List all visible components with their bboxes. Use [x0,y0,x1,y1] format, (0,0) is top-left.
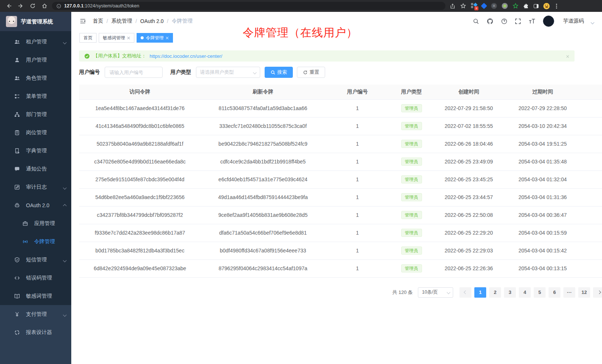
doc-link[interactable]: https://doc.iocoder.cn/user-center/ [150,53,222,59]
breadcrumb-oauth[interactable]: OAuth 2.0 [140,18,164,24]
sidebar-item-report-designer[interactable]: 报表设计器 [0,323,71,341]
sidebar-item-sensitive-word[interactable]: 敏感词管理 [0,287,71,305]
collapse-sidebar-icon[interactable] [79,18,86,24]
sidebar-item-sms[interactable]: 短信管理 [0,251,71,269]
reset-button[interactable]: 重置 [297,67,325,78]
sidebar-item-label: 错误码管理 [26,275,52,281]
sidebar-item-menu-mgmt[interactable]: 菜单管理 [0,87,71,105]
chevron-down-icon [63,39,66,45]
help-icon[interactable] [501,18,507,24]
app-logo[interactable]: 芋道管理系统 [0,12,71,31]
sidebar-item-oauth2[interactable]: OAuth 2.0 [0,196,71,214]
sidebar-item-post[interactable]: 岗位管理 [0,123,71,142]
extension-command-icon[interactable]: ⌘ [491,3,497,9]
extension-grid-icon[interactable]: 9 [471,3,477,9]
app-window: 芋道管理系统 租户管理 用户管理 角色管理 菜单管理 部门管理 [0,12,602,364]
url-bar[interactable]: 127.0.0.1:1024/system/oauth2/token [52,2,445,10]
user-id-input[interactable] [105,67,163,78]
close-icon[interactable] [166,36,169,39]
tab-home[interactable]: 首页 [79,33,96,43]
sidebar-item-role[interactable]: 角色管理 [0,69,71,87]
success-check-icon [84,53,90,59]
page-size-select[interactable]: 10条/页 [418,287,453,298]
search-button-label: 搜索 [277,69,287,76]
site-info-icon[interactable] [56,4,61,9]
fullscreen-icon[interactable] [515,18,521,24]
chevron-down-icon [63,184,66,190]
sidebar-item-dept[interactable]: 部门管理 [0,105,71,123]
cell-refresh-token: e6cfd40eb1f54571a31e775e039c4624 [201,171,325,188]
sidebar-item-user[interactable]: 用户管理 [0,51,71,69]
url-host: 127.0.0.1 [64,3,84,9]
filter-bar: 用户编号 用户类型 请选择用户类型 搜索 重置 [79,67,575,78]
page-button-2[interactable]: 2 [489,287,501,298]
sidebar-item-error-code[interactable]: 错误码管理 [0,269,71,287]
tab-label: 首页 [84,35,92,41]
search-icon[interactable] [473,18,479,24]
briefcase-icon [22,221,28,226]
sidebar-item-label: OAuth 2.0 [26,202,49,208]
browser-profile-avatar[interactable] [543,3,550,9]
sidebar-item-app-mgmt[interactable]: 应用管理 [0,214,71,232]
font-size-icon[interactable] [529,18,536,24]
cell-access-token: 41c41346a548490f9dc8b01c6bfe0865 [79,117,201,135]
sidebar-item-label: 令牌管理 [34,238,55,245]
page-button-5[interactable]: 5 [534,287,546,298]
close-icon[interactable] [127,36,130,39]
sidebar-item-tenant[interactable]: 租户管理 [0,33,71,51]
annotation-title: 令牌管理（在线用户） [243,25,358,40]
tab-sensitive-word[interactable]: 敏感词管理 [99,33,134,43]
next-page-button[interactable] [593,287,602,298]
user-avatar[interactable] [543,16,554,27]
reload-icon[interactable] [30,3,36,9]
home-icon[interactable] [42,3,48,9]
user-type-label: 用户类型 [170,69,191,76]
user-name[interactable]: 芋道源码 [563,18,584,24]
sidebar-item-notice[interactable]: 通知公告 [0,160,71,178]
share-icon[interactable] [450,3,455,9]
forward-icon[interactable] [18,3,24,9]
extension-star-icon[interactable] [513,3,518,9]
extension-record-icon[interactable] [502,3,508,9]
side-panel-icon[interactable] [534,4,539,8]
extension-gem-icon[interactable] [481,3,487,9]
page-button-4[interactable]: 4 [519,287,531,298]
tab-token-mgmt[interactable]: 令牌管理 [137,33,173,43]
cell-created: 2022-06-25 22:50:08 [433,206,504,224]
cell-access-token: b0d1785bc3a8482f812db4a3f3bd15ec [79,242,201,259]
header-tools: 芋道源码 [473,16,594,27]
cell-user-id: 1 [325,99,390,117]
user-caret-icon[interactable] [591,19,594,25]
github-icon[interactable] [487,18,494,25]
browser-menu-icon[interactable] [556,6,557,7]
page-button-1[interactable]: 1 [474,287,486,298]
bookmark-star-icon[interactable] [460,3,466,9]
app-title: 芋道管理系统 [21,18,53,25]
page-button-6[interactable]: 6 [549,287,560,298]
search-button[interactable]: 搜索 [265,67,293,78]
cell-created: 2022-06-25 23:45:25 [433,171,504,188]
shield-check-icon [14,257,20,263]
prev-page-button[interactable] [459,287,471,298]
page-more-button[interactable]: ··· [563,287,575,298]
id-badge-icon [14,130,20,136]
breadcrumb-home[interactable]: 首页 [93,18,103,24]
cell-user-id: 1 [325,135,390,153]
extensions-puzzle-icon[interactable] [523,3,529,9]
cell-user-id: 1 [325,188,390,206]
back-icon[interactable] [6,3,12,9]
page-button-3[interactable]: 3 [504,287,516,298]
table-row: 275e5de9151045fe87cbdc395e004f4d e6cfd40… [79,171,602,188]
alert-close-icon[interactable] [566,53,569,59]
page-button-12[interactable]: 12 [578,287,590,298]
active-dot [141,36,144,39]
breadcrumb-system[interactable]: 系统管理 [111,18,132,24]
user-type-select[interactable]: 请选择用户类型 [196,67,260,78]
sidebar-item-audit-log[interactable]: 审计日志 [0,178,71,196]
sidebar-item-payment[interactable]: 支付管理 [0,305,71,323]
sidebar-item-token-mgmt[interactable]: 令牌管理 [0,232,71,251]
url-text: 127.0.0.1:1024/system/oauth2/token [64,3,139,9]
cell-refresh-token: dfa6c71a50a54c66bef706ef9e6e8d81 [201,224,325,242]
segmented-circle-icon [14,330,20,335]
sidebar-item-dict[interactable]: 字典管理 [0,142,71,160]
